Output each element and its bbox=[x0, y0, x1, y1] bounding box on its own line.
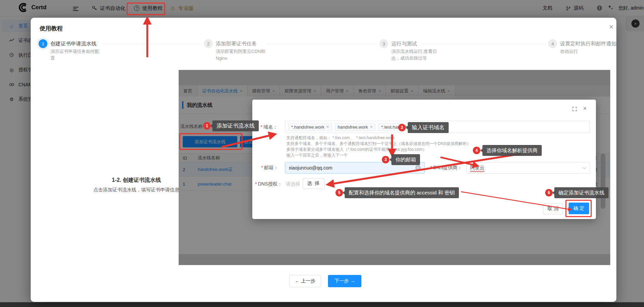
step-1-circle: 1 bbox=[39, 39, 47, 48]
dns-auth-label: *DNS授权： bbox=[255, 181, 282, 187]
step-1-desc: 演示证书申请任务如何配置 bbox=[50, 48, 102, 62]
cancel-button[interactable]: 取 消 bbox=[543, 203, 563, 214]
step-1-title: 创建证书申请流水线 bbox=[50, 41, 96, 47]
dns-auth-select-button[interactable]: 选 择 bbox=[303, 178, 325, 189]
modal-title: 使用教程 bbox=[40, 25, 63, 32]
domain-help-text: 支持通配符域名，例如： *.foo.com 、 *.test.handsfree… bbox=[286, 135, 471, 158]
step-divider bbox=[266, 44, 377, 44]
bottom-edge-strip bbox=[0, 302, 644, 307]
tutorial-modal: 使用教程 × 1 创建证书申请流水线 演示证书申请任务如何配置 2 添加部署证书… bbox=[31, 18, 616, 302]
step-2-title: 添加部署证书任务 bbox=[216, 41, 257, 47]
chevron-down-icon bbox=[583, 165, 586, 169]
step-2-circle: 2 bbox=[204, 39, 213, 48]
dialog-close-icon[interactable]: × bbox=[583, 105, 587, 112]
tag-remove-icon[interactable]: × bbox=[370, 125, 372, 129]
prev-step-button[interactable]: ← 上一步 bbox=[289, 275, 321, 287]
step-4-circle: 4 bbox=[548, 39, 557, 48]
step-3-desc: 演示流水线运行,查看日志，成功后跳过等 bbox=[391, 48, 443, 62]
dns-provider-select[interactable]: 阿里云 bbox=[466, 162, 590, 174]
modal-close-icon[interactable]: × bbox=[606, 22, 616, 32]
clear-input-icon[interactable]: × bbox=[415, 165, 421, 171]
add-pipeline-dialog: × *域名： *.handsfree.work× handsfree.work×… bbox=[252, 100, 596, 219]
step-3-circle: 3 bbox=[379, 39, 388, 48]
step-divider bbox=[102, 44, 200, 44]
domain-tag[interactable]: *.handsfree.work× bbox=[288, 123, 332, 131]
tag-remove-icon[interactable]: × bbox=[327, 125, 329, 129]
dns-auth-placeholder: 请选择 bbox=[286, 181, 300, 187]
domain-tags-input[interactable]: *.handsfree.work× handsfree.work× *.test… bbox=[285, 121, 590, 133]
domain-tag[interactable]: *.test.handsfree.work× bbox=[378, 123, 430, 131]
email-label: *邮箱： bbox=[261, 165, 278, 171]
step-3-title: 运行与测试 bbox=[391, 41, 417, 47]
step-divider bbox=[421, 44, 546, 44]
fullscreen-icon[interactable] bbox=[572, 106, 577, 113]
email-input[interactable] bbox=[285, 162, 425, 174]
step-2-desc: 演示部署到阿里云CDN和Nginx bbox=[216, 48, 268, 62]
confirm-button[interactable]: 确 定 bbox=[569, 203, 589, 214]
dns-provider-label: *DNS提供商： bbox=[430, 165, 462, 171]
domain-tag[interactable]: handsfree.work× bbox=[335, 123, 376, 131]
tag-remove-icon[interactable]: × bbox=[425, 125, 428, 129]
step-4-title: 设置定时执行和邮件通知 bbox=[560, 41, 616, 47]
next-step-button[interactable]: 下一步 → bbox=[328, 275, 361, 287]
step-4-desc: 自动运行 bbox=[560, 48, 618, 55]
dns-provider-value: 阿里云 bbox=[470, 165, 484, 171]
domain-label: *域名： bbox=[260, 124, 278, 130]
tutorial-screenshot: 首页 证书自动化流水线× 授权管理× 权限资源管理× 用户管理× 角色管理× 邮… bbox=[179, 70, 610, 265]
